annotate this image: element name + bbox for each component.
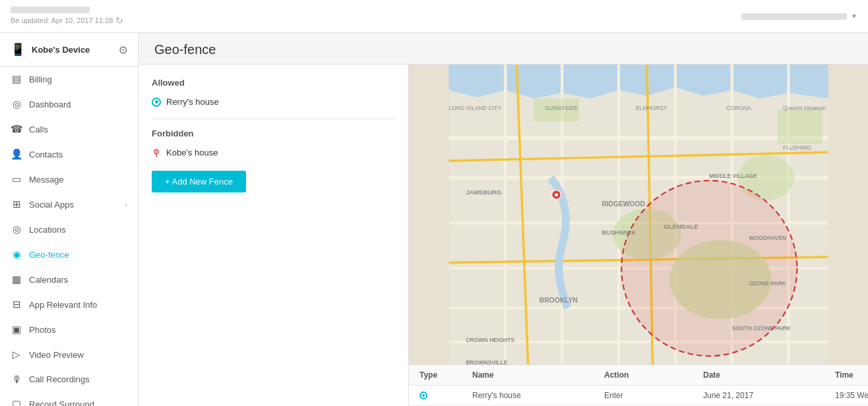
- forbidden-fence-name-0: Kobe's house: [166, 148, 218, 158]
- sidebar-item-photos-left: ▣ Photos: [11, 324, 55, 335]
- sidebar: 📱 Kobe's Device ⊙ ▤ Billing ◎ Dashboard …: [0, 33, 139, 406]
- left-panel: Allowed Rerry's house Forbidden: [139, 65, 409, 406]
- table-cell-name-0: Rerry's house: [472, 391, 604, 400]
- svg-point-40: [555, 193, 558, 196]
- allowed-fence-name-0: Rerry's house: [166, 97, 219, 107]
- dashboard-icon: ◎: [11, 98, 22, 110]
- main-layout: 📱 Kobe's Device ⊙ ▤ Billing ◎ Dashboard …: [0, 33, 868, 406]
- geo-fence-icon: ◉: [11, 248, 22, 260]
- table-cell-action-0: Enter: [604, 391, 703, 400]
- sidebar-item-app-relevant[interactable]: ⊟ App Relevant Info: [0, 292, 138, 317]
- map-svg: JAMSBURG BROOKLYN BUSHWICK RIDGEWOOD GLE…: [409, 65, 868, 364]
- sidebar-item-message[interactable]: ▭ Message: [0, 167, 138, 192]
- sidebar-item-call-rec-left: 🎙 Call Recordings: [11, 374, 90, 385]
- sidebar-item-billing[interactable]: ▤ Billing: [0, 67, 138, 92]
- last-updated-text: Be updated: Apr 10, 2017 11:28: [11, 16, 113, 24]
- account-label: [11, 7, 90, 13]
- sidebar-item-app-relevant-label: App Relevant Info: [29, 300, 97, 310]
- chevron-right-icon: ›: [125, 200, 127, 208]
- content-body: Allowed Rerry's house Forbidden: [139, 65, 868, 406]
- sidebar-item-video-label: Video Preview: [29, 350, 84, 360]
- allowed-section-title: Allowed: [152, 78, 395, 88]
- sidebar-item-calls-left: ☎ Calls: [11, 123, 48, 135]
- table-header: Type Name Action Date Time: [409, 365, 868, 386]
- map-and-table: JAMSBURG BROOKLYN BUSHWICK RIDGEWOOD GLE…: [409, 65, 868, 406]
- svg-text:OZONE PARK: OZONE PARK: [749, 280, 786, 287]
- svg-rect-20: [777, 110, 822, 144]
- svg-text:SUNNYSIDE: SUNNYSIDE: [545, 105, 578, 111]
- billing-icon: ▤: [11, 73, 22, 85]
- sidebar-item-geo-fence-label: Geo-fence: [29, 250, 69, 260]
- table-header-name: Name: [472, 370, 604, 380]
- map-container[interactable]: JAMSBURG BROOKLYN BUSHWICK RIDGEWOOD GLE…: [409, 65, 868, 364]
- svg-text:WOODHAVEN: WOODHAVEN: [749, 235, 786, 241]
- sidebar-item-locations-left: ◎ Locations: [11, 223, 66, 235]
- calls-icon: ☎: [11, 123, 22, 135]
- bottom-table: Type Name Action Date Time Rerry's house…: [409, 364, 868, 406]
- sidebar-item-social-apps[interactable]: ⊞ Social Apps ›: [0, 192, 138, 217]
- sidebar-item-contacts-label: Contacts: [29, 150, 63, 160]
- table-cell-time-0: 19:35 Wednesday: [835, 391, 868, 400]
- sidebar-item-video-left: ▷ Video Preview: [11, 349, 84, 361]
- sidebar-device: 📱 Kobe's Device ⊙: [0, 33, 138, 67]
- sidebar-item-billing-left: ▤ Billing: [11, 73, 52, 85]
- sidebar-item-calendars-left: ▦ Calendars: [11, 274, 68, 285]
- sidebar-item-record-surround[interactable]: ▢ Record Surround: [0, 392, 138, 406]
- svg-text:MIDDLE VILLAGE: MIDDLE VILLAGE: [709, 173, 757, 179]
- sidebar-item-contacts-left: 👤 Contacts: [11, 148, 63, 160]
- sidebar-item-dashboard-label: Dashboard: [29, 100, 71, 109]
- sidebar-item-call-rec-label: Call Recordings: [29, 374, 90, 384]
- sidebar-item-app-relevant-left: ⊟ App Relevant Info: [11, 299, 97, 310]
- sidebar-item-geo-fence[interactable]: ◉ Geo-fence: [0, 242, 138, 267]
- sidebar-item-locations[interactable]: ◎ Locations: [0, 217, 138, 242]
- app-relevant-icon: ⊟: [11, 299, 22, 310]
- sidebar-item-photos[interactable]: ▣ Photos: [0, 317, 138, 342]
- top-bar-left: Be updated: Apr 10, 2017 11:28 ↻: [11, 7, 123, 26]
- svg-text:BUSHWICK: BUSHWICK: [602, 229, 636, 236]
- photos-icon: ▣: [11, 324, 22, 335]
- forbidden-section-title: Forbidden: [152, 129, 395, 138]
- sidebar-item-message-label: Message: [29, 175, 64, 185]
- device-icon: 📱: [11, 42, 25, 57]
- call-recordings-icon: 🎙: [11, 374, 22, 385]
- page-header: Geo-fence: [139, 33, 868, 65]
- record-surround-icon: ▢: [11, 398, 22, 406]
- table-row: Rerry's house Enter June 21, 2017 19:35 …: [409, 386, 868, 406]
- sidebar-item-dashboard-left: ◎ Dashboard: [11, 98, 71, 110]
- sidebar-item-call-recordings[interactable]: 🎙 Call Recordings: [0, 367, 138, 392]
- svg-text:Queens Museum: Queens Museum: [783, 105, 826, 111]
- page-title: Geo-fence: [154, 42, 852, 57]
- forbidden-fence-item-0: Kobe's house: [152, 145, 395, 160]
- locations-icon: ◎: [11, 223, 22, 235]
- svg-text:GLENDALE: GLENDALE: [664, 223, 698, 230]
- sidebar-item-record-surround-left: ▢ Record Surround: [11, 398, 94, 406]
- clock-icon: ⊙: [119, 44, 127, 56]
- svg-text:ELMHURST: ELMHURST: [636, 105, 667, 111]
- sidebar-item-social-label: Social Apps: [29, 200, 74, 210]
- sidebar-item-billing-label: Billing: [29, 74, 52, 84]
- fence-divider: [152, 119, 395, 119]
- contacts-icon: 👤: [11, 148, 22, 160]
- add-fence-button[interactable]: + Add New Fence: [152, 171, 246, 192]
- svg-text:LONG ISLAND CITY: LONG ISLAND CITY: [449, 105, 501, 111]
- sidebar-device-left: 📱 Kobe's Device: [11, 42, 90, 57]
- svg-text:BROWNSVILLE: BROWNSVILLE: [466, 359, 508, 364]
- table-header-time: Time: [835, 370, 868, 380]
- sidebar-item-record-surround-label: Record Surround: [29, 399, 94, 407]
- table-cell-type-0: [419, 392, 472, 399]
- svg-text:BROOKLYN: BROOKLYN: [540, 297, 578, 304]
- top-bar-account-info: [741, 13, 847, 20]
- chevron-down-icon[interactable]: ▼: [851, 13, 857, 20]
- sidebar-item-calendars-label: Calendars: [29, 275, 68, 285]
- sidebar-item-contacts[interactable]: 👤 Contacts: [0, 142, 138, 167]
- allowed-fence-icon: [152, 98, 161, 107]
- sidebar-item-calendars[interactable]: ▦ Calendars: [0, 267, 138, 292]
- sidebar-item-calls[interactable]: ☎ Calls: [0, 117, 138, 142]
- type-dot-icon: [419, 392, 427, 399]
- table-header-action: Action: [604, 370, 703, 380]
- sidebar-item-dashboard[interactable]: ◎ Dashboard: [0, 92, 138, 117]
- last-updated: Be updated: Apr 10, 2017 11:28 ↻: [11, 15, 123, 26]
- svg-text:RIDGEWOOD: RIDGEWOOD: [602, 200, 645, 208]
- refresh-icon[interactable]: ↻: [115, 15, 123, 26]
- sidebar-item-video-preview[interactable]: ▷ Video Preview: [0, 342, 138, 367]
